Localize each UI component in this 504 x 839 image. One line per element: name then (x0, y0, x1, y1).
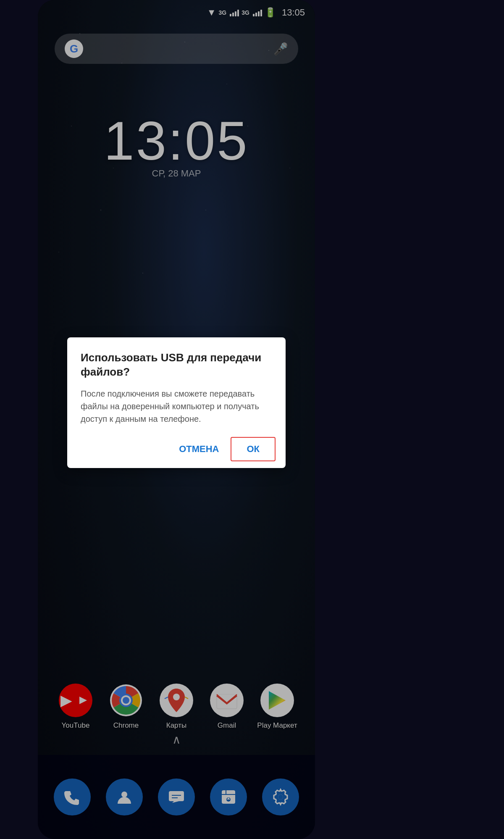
dialog-body: После подключения вы сможете передавать … (81, 387, 272, 425)
dialog-buttons: ОТМЕНА ОК (77, 437, 276, 461)
phone-screen: ▼ 3G 3G 🔋 13:05 G � (38, 0, 315, 839)
cancel-button[interactable]: ОТМЕНА (171, 437, 227, 461)
usb-dialog: Использовать USB для передачи файлов? По… (67, 337, 286, 468)
ok-button[interactable]: ОК (231, 437, 276, 461)
dialog-overlay: Использовать USB для передачи файлов? По… (38, 0, 315, 839)
dialog-title: Использовать USB для передачи файлов? (81, 351, 272, 379)
